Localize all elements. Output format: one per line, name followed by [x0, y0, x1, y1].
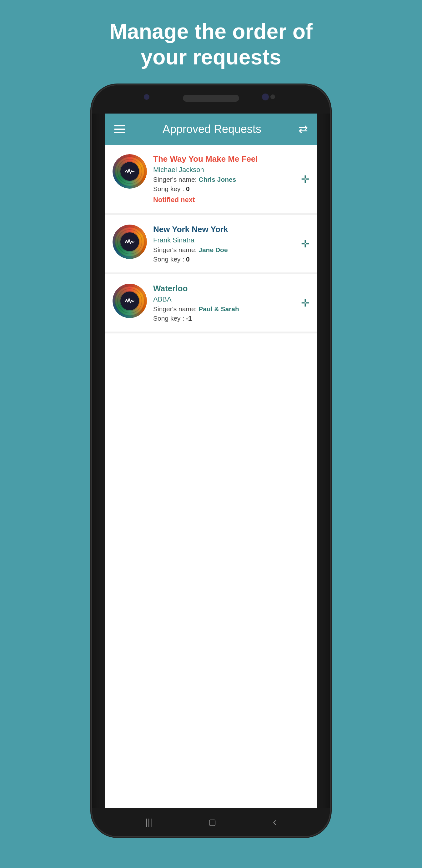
- back-button[interactable]: ‹: [273, 815, 277, 829]
- song-key-1: Song key : 0: [153, 185, 295, 193]
- requests-list: The Way You Make Me Feel Michael Jackson…: [105, 145, 317, 808]
- sensor-camera: [262, 94, 269, 100]
- hamburger-line-1: [114, 125, 125, 126]
- page-title-line1: Manage the order of: [109, 20, 313, 43]
- card-3-content: Waterloo ABBA Singer's name: Paul & Sara…: [153, 284, 295, 322]
- hamburger-menu-button[interactable]: [114, 125, 125, 133]
- front-camera: [144, 94, 150, 100]
- page-header: Manage the order of your requests: [102, 19, 320, 70]
- song-key-2: Song key : 0: [153, 255, 295, 263]
- singer-1: Singer's name: Chris Jones: [153, 176, 295, 183]
- vinyl-artwork-1: [112, 154, 147, 189]
- artist-2: Frank Sinatra: [153, 236, 295, 244]
- artist-1: Michael Jackson: [153, 166, 295, 174]
- move-button-2[interactable]: ✛: [301, 238, 310, 250]
- song-key-3: Song key : -1: [153, 315, 295, 322]
- phone-shell: Approved Requests ⇄: [92, 85, 330, 836]
- move-button-1[interactable]: ✛: [301, 173, 310, 185]
- card-2-content: New York New York Frank Sinatra Singer's…: [153, 225, 295, 263]
- song-title-3: Waterloo: [153, 284, 295, 293]
- page-title-line2: your requests: [141, 45, 281, 69]
- phone-bottom-nav: ||| ▢ ‹: [92, 808, 330, 836]
- artist-3: ABBA: [153, 295, 295, 303]
- home-button[interactable]: ▢: [208, 817, 216, 827]
- request-card-3[interactable]: Waterloo ABBA Singer's name: Paul & Sara…: [105, 274, 317, 332]
- phone-screen: Approved Requests ⇄: [105, 114, 317, 808]
- recent-apps-button[interactable]: |||: [145, 817, 152, 827]
- app-header: Approved Requests ⇄: [105, 114, 317, 145]
- vinyl-artwork-2: [112, 225, 147, 259]
- request-card-1[interactable]: The Way You Make Me Feel Michael Jackson…: [105, 145, 317, 213]
- card-1-content: The Way You Make Me Feel Michael Jackson…: [153, 154, 295, 204]
- notified-next-label: Notified next: [153, 196, 295, 204]
- speaker-grille: [183, 95, 239, 102]
- app-header-title: Approved Requests: [163, 123, 261, 136]
- vinyl-artwork-3: [112, 284, 147, 318]
- song-title-1: The Way You Make Me Feel: [153, 154, 295, 164]
- hamburger-line-3: [114, 132, 125, 133]
- sensor-extra: [270, 94, 275, 99]
- singer-3: Singer's name: Paul & Sarah: [153, 305, 295, 313]
- song-title-2: New York New York: [153, 225, 295, 234]
- hamburger-line-2: [114, 129, 125, 130]
- singer-2: Singer's name: Jane Doe: [153, 246, 295, 254]
- request-card-2[interactable]: New York New York Frank Sinatra Singer's…: [105, 215, 317, 273]
- move-button-3[interactable]: ✛: [301, 297, 310, 309]
- phone-top-bezel: [92, 85, 330, 114]
- transfer-icon[interactable]: ⇄: [298, 123, 308, 136]
- empty-area: [105, 334, 317, 808]
